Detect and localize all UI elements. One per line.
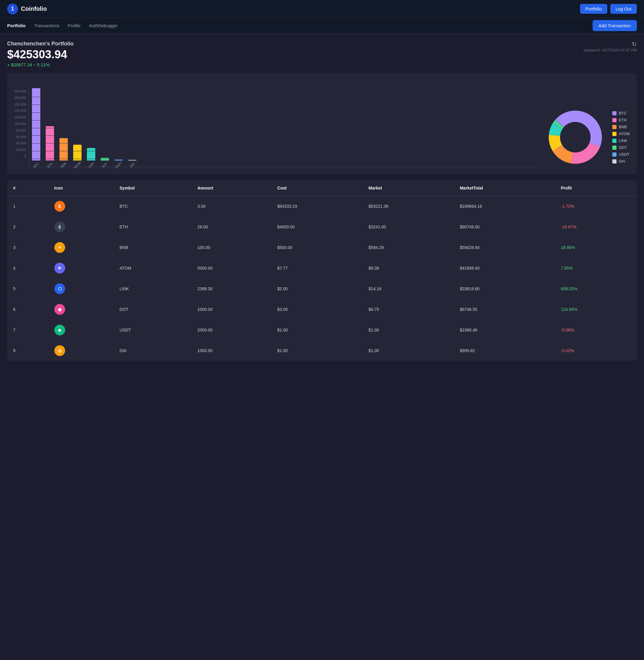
bar-eth: ETH [46,126,54,167]
chart-section: 200,000 180,000 160,000 140,000 120,000 … [7,73,637,174]
table-row: 3 ✦ BNB 100.00 $500.00 $594.29 $59428.94… [7,237,637,258]
bar-chart-container: 200,000 180,000 160,000 140,000 120,000 … [14,81,533,167]
y-label-180k: 180,000 [14,96,26,100]
legend-dot: DOT [612,145,630,150]
legend-label-btc: BTC [619,111,627,115]
portfolio-value: $425303.94 [7,48,73,61]
cell-num: 6 [7,299,48,320]
bar-btc-rect [32,88,40,160]
y-label-80k: 80,000 [14,129,26,132]
header-buttons: Portfolio Log Out [580,4,637,14]
cell-market: $1.00 [363,320,454,340]
coin-icon-atom: ⚛ [54,263,65,273]
donut-chart [546,107,605,167]
legend-atom: ATOM [612,132,630,136]
bar-bnb-rect [60,138,68,160]
cell-cost: $3.00 [271,299,363,320]
cell-cost: $2.00 [271,279,363,299]
bar-link: LINK [87,148,95,167]
cell-amount: 1000.00 [191,299,271,320]
cell-num: 7 [7,320,48,340]
bars-area: BTC ETH BNB ATOM [29,89,533,167]
cell-profit: 7.85% [555,258,637,279]
legend-color-bnb [612,125,617,129]
portfolio-change: + $20677.34 ↑ 5.11% [7,62,73,67]
legend-usdt: USDT [612,152,630,157]
cell-num: 1 [7,196,48,217]
table-body: 1 ₿ BTC 3.00 $64333.33 $63221.39 $189664… [7,196,637,361]
update-info: UpdateAt: 4/27/2024 02:47 PM [583,48,637,52]
nav-portfolio[interactable]: Portfolio [7,23,26,28]
nav-bar: Portfolio Transactions Profile AuthDebug… [0,18,644,34]
cell-amount: 5000.00 [191,258,271,279]
donut-section: BTC ETH BNB ATOM LINK [546,107,630,167]
legend-dai: DAI [612,159,630,163]
cell-symbol: ETH [114,217,191,237]
legend-color-btc [612,111,617,115]
table-row: 4 ⚛ ATOM 5000.00 $7.77 $8.38 $41898.40 7… [7,258,637,279]
coin-icon-btc: ₿ [54,201,65,212]
cell-market-total: $59428.94 [454,237,555,258]
col-symbol: Symbol [114,180,191,196]
nav-auth-debugger[interactable]: AuthDebugger [89,23,118,28]
main-content: Chenchenchen's Portfolio $425303.94 + $2… [0,34,644,660]
coin-icon-dai: ◎ [54,345,65,356]
cell-num: 4 [7,258,48,279]
cell-icon: ◎ [48,340,114,361]
cell-amount: 2000.00 [191,320,271,340]
legend-label-eth: ETH [619,118,627,122]
cell-market: $594.29 [363,237,454,258]
col-market: Market [363,180,454,196]
bar-btc-label: BTC [33,162,40,169]
cell-market-total: $6746.55 [454,299,555,320]
legend-color-eth [612,118,617,122]
cell-amount: 28.00 [191,217,271,237]
cell-icon: ✦ [48,237,114,258]
legend-label-bnb: BNB [619,125,627,129]
legend-color-usdt [612,152,617,157]
coin-icon-bnb: ✦ [54,242,65,253]
legend-bnb: BNB [612,125,630,129]
logo-area: 1 Coinfolio [7,4,47,14]
bar-atom-rect [73,145,82,160]
app-title: Coinfolio [21,5,47,12]
bar-atom-label: ATOM [73,161,82,170]
cell-profit: 18.86% [555,237,637,258]
portfolio-button[interactable]: Portfolio [580,4,607,14]
nav-links: Portfolio Transactions Profile AuthDebug… [7,23,118,28]
nav-profile[interactable]: Profile [68,23,80,28]
col-num: # [7,180,48,196]
cell-num: 5 [7,279,48,299]
cell-symbol: LINK [114,279,191,299]
col-icon: Icon [48,180,114,196]
coin-icon-dot: ◉ [54,304,65,315]
cell-icon: ◈ [48,320,114,340]
legend-color-atom [612,132,617,136]
cell-symbol: USDT [114,320,191,340]
y-label-140k: 140,000 [14,109,26,112]
logo-text: 1 [11,6,14,12]
y-label-120k: 120,000 [14,115,26,119]
bar-eth-rect [46,126,54,160]
portfolio-meta: Chenchenchen's Portfolio $425303.94 + $2… [7,41,637,73]
cell-symbol: DAI [114,340,191,361]
cell-cost: $64333.33 [271,196,363,217]
nav-transactions[interactable]: Transactions [34,23,60,28]
cell-symbol: DOT [114,299,191,320]
table-row: 6 ◉ DOT 1000.00 $3.00 $6.75 $6746.55 124… [7,299,637,320]
bar-usdt: USDT [114,160,123,167]
bar-usdt-rect [114,160,123,160]
refresh-icon[interactable]: ↻ [583,41,637,48]
legend-color-dot [612,146,617,150]
y-label-160k: 160,000 [14,103,26,106]
cell-icon: ₿ [48,196,114,217]
legend-color-link [612,139,617,143]
bar-usdt-label: USDT [114,161,122,169]
cell-amount: 100.00 [191,237,271,258]
y-axis: 200,000 180,000 160,000 140,000 120,000 … [14,89,26,167]
logout-button[interactable]: Log Out [610,4,637,14]
cell-market-total: $41898.40 [454,258,555,279]
bar-dai: DAI [128,160,137,167]
add-transaction-button[interactable]: Add Transaction [593,20,637,31]
portfolio-header: Chenchenchen's Portfolio $425303.94 + $2… [7,41,73,67]
